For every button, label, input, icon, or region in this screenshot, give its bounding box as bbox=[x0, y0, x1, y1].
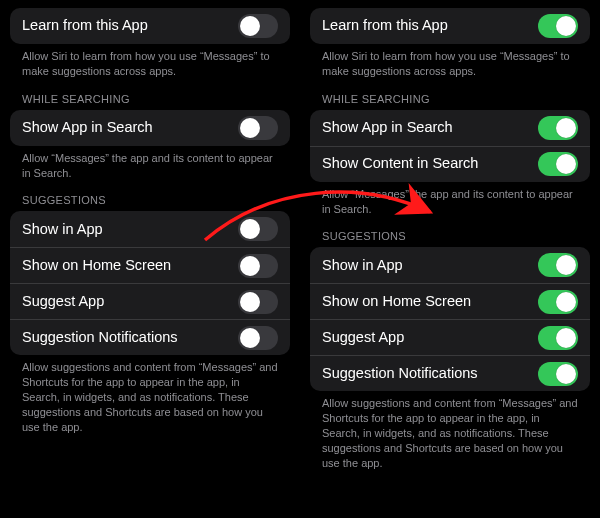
show-on-home-screen-label: Show on Home Screen bbox=[22, 257, 171, 274]
suggestion-notifications-toggle[interactable] bbox=[538, 362, 578, 386]
searching-group: Show App in Search bbox=[10, 110, 290, 146]
show-content-in-search-row[interactable]: Show Content in Search bbox=[310, 146, 590, 182]
show-in-app-toggle[interactable] bbox=[238, 217, 278, 241]
learn-from-app-toggle[interactable] bbox=[238, 14, 278, 38]
learn-from-app-label: Learn from this App bbox=[322, 17, 448, 34]
suggestions-group: Show in App Show on Home Screen Suggest … bbox=[310, 247, 590, 391]
suggestions-header: SUGGESTIONS bbox=[10, 180, 290, 211]
learn-from-app-row[interactable]: Learn from this App bbox=[10, 8, 290, 44]
suggestions-footer: Allow suggestions and content from “Mess… bbox=[10, 355, 290, 434]
show-in-app-label: Show in App bbox=[22, 221, 103, 238]
suggest-app-label: Suggest App bbox=[322, 329, 404, 346]
show-in-app-label: Show in App bbox=[322, 257, 403, 274]
show-content-in-search-label: Show Content in Search bbox=[322, 155, 478, 172]
suggestion-notifications-label: Suggestion Notifications bbox=[22, 329, 178, 346]
show-app-in-search-label: Show App in Search bbox=[322, 119, 453, 136]
show-on-home-screen-toggle[interactable] bbox=[538, 290, 578, 314]
suggest-app-row[interactable]: Suggest App bbox=[10, 283, 290, 319]
show-app-in-search-row[interactable]: Show App in Search bbox=[310, 110, 590, 146]
show-app-in-search-label: Show App in Search bbox=[22, 119, 153, 136]
show-in-app-row[interactable]: Show in App bbox=[310, 247, 590, 283]
suggest-app-label: Suggest App bbox=[22, 293, 104, 310]
show-in-app-toggle[interactable] bbox=[538, 253, 578, 277]
show-on-home-screen-row[interactable]: Show on Home Screen bbox=[310, 283, 590, 319]
suggestions-footer: Allow suggestions and content from “Mess… bbox=[310, 391, 590, 470]
settings-panel-right: Learn from this App Allow Siri to learn … bbox=[310, 8, 590, 471]
searching-footer: Allow “Messages” the app and its content… bbox=[10, 146, 290, 181]
suggest-app-toggle[interactable] bbox=[238, 290, 278, 314]
learn-from-app-row[interactable]: Learn from this App bbox=[310, 8, 590, 44]
suggestion-notifications-label: Suggestion Notifications bbox=[322, 365, 478, 382]
learn-footer: Allow Siri to learn from how you use “Me… bbox=[310, 44, 590, 79]
learn-from-app-label: Learn from this App bbox=[22, 17, 148, 34]
settings-panel-left: Learn from this App Allow Siri to learn … bbox=[10, 8, 290, 471]
suggestion-notifications-toggle[interactable] bbox=[238, 326, 278, 350]
suggestions-header: SUGGESTIONS bbox=[310, 216, 590, 247]
learn-footer: Allow Siri to learn from how you use “Me… bbox=[10, 44, 290, 79]
searching-footer: Allow “Messages” the app and its content… bbox=[310, 182, 590, 217]
suggestions-group: Show in App Show on Home Screen Suggest … bbox=[10, 211, 290, 355]
show-in-app-row[interactable]: Show in App bbox=[10, 211, 290, 247]
show-app-in-search-row[interactable]: Show App in Search bbox=[10, 110, 290, 146]
show-on-home-screen-row[interactable]: Show on Home Screen bbox=[10, 247, 290, 283]
suggestion-notifications-row[interactable]: Suggestion Notifications bbox=[310, 355, 590, 391]
show-on-home-screen-label: Show on Home Screen bbox=[322, 293, 471, 310]
suggest-app-toggle[interactable] bbox=[538, 326, 578, 350]
show-content-in-search-toggle[interactable] bbox=[538, 152, 578, 176]
searching-group: Show App in Search Show Content in Searc… bbox=[310, 110, 590, 182]
show-app-in-search-toggle[interactable] bbox=[538, 116, 578, 140]
show-app-in-search-toggle[interactable] bbox=[238, 116, 278, 140]
suggest-app-row[interactable]: Suggest App bbox=[310, 319, 590, 355]
learn-from-app-toggle[interactable] bbox=[538, 14, 578, 38]
learn-group: Learn from this App bbox=[10, 8, 290, 44]
learn-group: Learn from this App bbox=[310, 8, 590, 44]
show-on-home-screen-toggle[interactable] bbox=[238, 254, 278, 278]
searching-header: WHILE SEARCHING bbox=[310, 79, 590, 110]
suggestion-notifications-row[interactable]: Suggestion Notifications bbox=[10, 319, 290, 355]
searching-header: WHILE SEARCHING bbox=[10, 79, 290, 110]
